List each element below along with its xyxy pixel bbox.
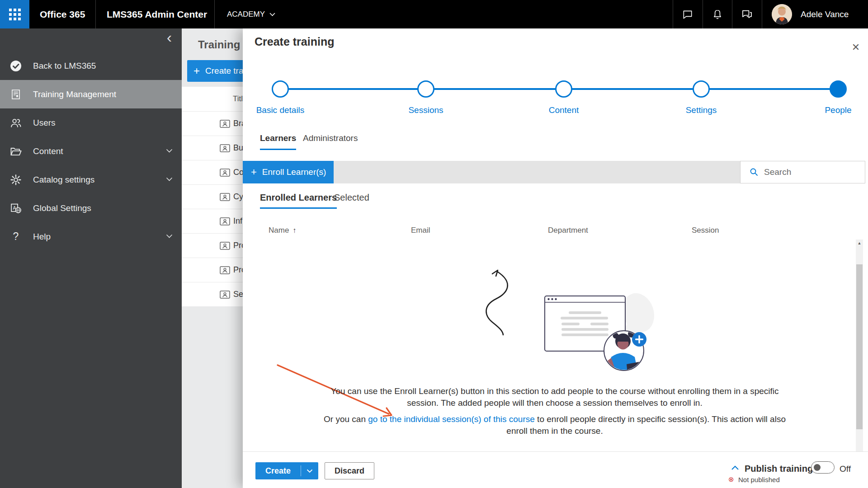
step-circle-settings[interactable] bbox=[693, 80, 710, 98]
create-options-button[interactable] bbox=[301, 462, 318, 479]
training-management-icon bbox=[9, 88, 22, 101]
contact-card-icon bbox=[220, 120, 230, 128]
contact-card-icon bbox=[220, 193, 230, 201]
sidebar-item-training-management[interactable]: Training Management bbox=[0, 80, 182, 108]
publish-training-label: Publish training bbox=[745, 464, 813, 474]
feedback-button[interactable] bbox=[732, 0, 761, 28]
person-avatar-graphic bbox=[604, 330, 646, 373]
toggle-state-label: Off bbox=[840, 464, 851, 474]
chevron-down-icon bbox=[166, 177, 173, 182]
gear-icon bbox=[9, 174, 22, 186]
swoosh-shape bbox=[618, 289, 659, 351]
topbar-divider bbox=[762, 0, 762, 28]
chat-button[interactable] bbox=[673, 0, 702, 28]
feedback-icon bbox=[741, 8, 753, 20]
sidebar-item-catalog-settings[interactable]: Catalog settings bbox=[0, 165, 182, 194]
chevron-down-icon bbox=[307, 469, 313, 473]
create-button[interactable]: Create bbox=[255, 462, 301, 479]
table-row[interactable]: Co bbox=[182, 160, 243, 184]
sort-ascending-icon: ↑ bbox=[292, 226, 296, 234]
table-row[interactable]: Cy bbox=[182, 184, 243, 209]
step-label-content[interactable]: Content bbox=[528, 105, 600, 115]
sidebar-item-back-to-lms365[interactable]: Back to LMS365 bbox=[0, 52, 182, 80]
row-title: Bu bbox=[233, 143, 243, 153]
step-circle-sessions[interactable] bbox=[417, 80, 434, 98]
scrollbar-thumb[interactable] bbox=[856, 264, 863, 429]
folder-icon bbox=[9, 145, 22, 158]
sidebar-item-label: Content bbox=[33, 146, 63, 156]
collapse-nav-button[interactable]: ‹ bbox=[167, 29, 172, 45]
step-label-people[interactable]: People bbox=[802, 105, 868, 115]
chevron-down-icon bbox=[166, 234, 173, 239]
sidebar-item-help[interactable]: ? Help bbox=[0, 222, 182, 251]
app-launcher-button[interactable] bbox=[0, 0, 29, 28]
vertical-scrollbar[interactable]: ▲ ▼ bbox=[856, 239, 863, 457]
column-header-title: Titl bbox=[233, 94, 243, 103]
waffle-icon bbox=[9, 9, 21, 20]
step-circle-basic-details[interactable] bbox=[272, 80, 289, 98]
create-split-button[interactable]: Create bbox=[255, 462, 318, 479]
table-row[interactable]: Bra bbox=[182, 111, 243, 136]
sidebar-item-content[interactable]: Content bbox=[0, 137, 182, 165]
sidebar-item-users[interactable]: Users bbox=[0, 108, 182, 137]
sidebar-item-label: Help bbox=[33, 232, 51, 242]
step-circle-people[interactable] bbox=[830, 80, 847, 98]
table-row[interactable]: Pro bbox=[182, 258, 243, 282]
scroll-up-icon[interactable]: ▲ bbox=[856, 241, 863, 245]
table-row[interactable]: Se bbox=[182, 282, 243, 306]
table-row[interactable]: Inf bbox=[182, 209, 243, 233]
close-icon[interactable]: ✕ bbox=[847, 38, 865, 56]
chevron-up-icon[interactable] bbox=[731, 465, 739, 470]
column-header-department[interactable]: Department bbox=[548, 226, 588, 235]
contact-card-icon bbox=[220, 242, 230, 250]
avatar-image bbox=[772, 4, 792, 24]
subtab-selected[interactable]: Selected bbox=[334, 192, 369, 207]
sidebar-item-label: Users bbox=[33, 118, 56, 128]
tab-administrators[interactable]: Administrators bbox=[303, 133, 358, 149]
step-label-basic-details[interactable]: Basic details bbox=[244, 105, 316, 115]
tenant-name: ACADEMY bbox=[227, 10, 265, 19]
training-management-page: Training M + Create tra Titl Bra Bu Co C… bbox=[182, 28, 243, 488]
add-person-plus-icon bbox=[636, 336, 643, 343]
column-header-name[interactable]: Name↑ bbox=[269, 226, 296, 235]
step-circle-content[interactable] bbox=[555, 80, 572, 98]
publish-status-text: Not published bbox=[738, 476, 780, 483]
empty-state-text-2: Or you can go to the individual session(… bbox=[320, 413, 790, 437]
step-label-sessions[interactable]: Sessions bbox=[390, 105, 462, 115]
row-title: Pro bbox=[233, 265, 243, 275]
topbar-divider bbox=[95, 0, 96, 28]
search-box bbox=[740, 161, 865, 183]
create-training-button[interactable]: + Create tra bbox=[187, 60, 243, 82]
sidebar-item-global-settings[interactable]: A Global Settings bbox=[0, 194, 182, 222]
row-title: Bra bbox=[233, 119, 243, 128]
topbar-divider bbox=[214, 0, 215, 28]
tenant-selector[interactable]: ACADEMY bbox=[227, 0, 275, 28]
not-published-icon: ⊗ bbox=[728, 475, 734, 483]
lms365-logo-icon bbox=[9, 60, 22, 72]
create-training-panel: Create training ✕ Basic details Sessions… bbox=[243, 28, 868, 488]
search-input[interactable] bbox=[764, 167, 854, 177]
go-to-sessions-link[interactable]: go to the individual session(s) of this … bbox=[368, 414, 535, 424]
sidebar-item-label: Back to LMS365 bbox=[33, 61, 96, 71]
squiggle-arrow bbox=[486, 270, 507, 335]
contact-card-icon bbox=[220, 217, 230, 225]
notifications-button[interactable] bbox=[703, 0, 732, 28]
table-row[interactable]: Bu bbox=[182, 136, 243, 160]
page-title: Training M bbox=[198, 38, 243, 51]
discard-button[interactable]: Discard bbox=[325, 462, 374, 479]
plus-icon: + bbox=[193, 65, 200, 77]
column-header-email[interactable]: Email bbox=[411, 226, 430, 235]
column-header-session[interactable]: Session bbox=[692, 226, 719, 235]
user-name[interactable]: Adele Vance bbox=[801, 0, 849, 28]
help-icon: ? bbox=[9, 230, 22, 243]
step-label-settings[interactable]: Settings bbox=[665, 105, 737, 115]
publish-toggle[interactable] bbox=[811, 461, 835, 474]
subtab-enrolled-learners[interactable]: Enrolled Learners bbox=[260, 192, 337, 209]
user-avatar[interactable] bbox=[772, 4, 792, 24]
enroll-learners-button[interactable]: + Enroll Learner(s) bbox=[243, 161, 334, 183]
tab-learners[interactable]: Learners bbox=[260, 133, 296, 150]
sidebar-item-label: Global Settings bbox=[33, 203, 91, 213]
table-row[interactable]: Pro bbox=[182, 233, 243, 258]
users-icon bbox=[9, 117, 22, 129]
bell-icon bbox=[712, 9, 723, 20]
